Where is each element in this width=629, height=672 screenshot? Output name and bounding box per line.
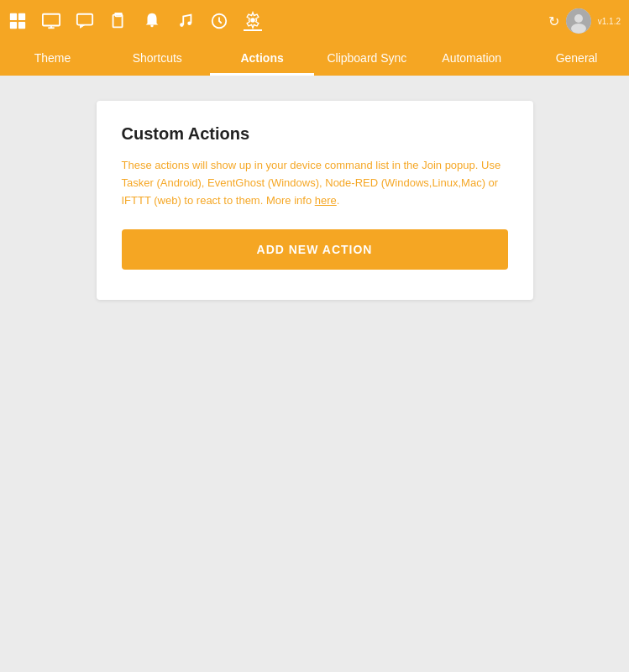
- tab-shortcuts[interactable]: Shortcuts: [105, 42, 210, 76]
- svg-rect-3: [18, 22, 25, 29]
- svg-point-16: [574, 14, 583, 23]
- description-text-part2: .: [337, 194, 340, 207]
- svg-point-12: [187, 21, 191, 25]
- nav-tabs: Theme Shortcuts Actions Clipboard Sync A…: [0, 42, 629, 76]
- svg-rect-10: [114, 13, 122, 16]
- history-icon[interactable]: [210, 12, 228, 30]
- toolbar-icons: [8, 11, 548, 31]
- bell-icon[interactable]: [143, 12, 161, 30]
- svg-point-17: [571, 24, 586, 34]
- description-text-part1: These actions will show up in your devic…: [122, 159, 501, 207]
- tab-automation[interactable]: Automation: [419, 42, 524, 76]
- svg-rect-2: [10, 22, 17, 29]
- settings-icon[interactable]: [244, 11, 262, 31]
- tab-clipboard-sync[interactable]: Clipboard Sync: [314, 42, 419, 76]
- svg-rect-0: [10, 13, 17, 20]
- add-new-action-button[interactable]: ADD NEW ACTION: [122, 229, 508, 270]
- description-link[interactable]: here: [315, 194, 337, 207]
- version-label: v1.1.2: [598, 17, 621, 26]
- card-description: These actions will show up in your devic…: [122, 157, 508, 209]
- avatar: [566, 8, 591, 34]
- toolbar: ↻ v1.1.2: [0, 0, 629, 42]
- refresh-icon[interactable]: ↻: [548, 13, 559, 29]
- tab-actions[interactable]: Actions: [210, 42, 315, 76]
- svg-point-14: [250, 18, 255, 23]
- card-title: Custom Actions: [122, 124, 508, 144]
- tab-general[interactable]: General: [524, 42, 629, 76]
- music-icon[interactable]: [176, 12, 195, 30]
- clipboard-icon[interactable]: [109, 12, 128, 30]
- svg-rect-7: [77, 14, 92, 25]
- app-header: ↻ v1.1.2 Theme Shortcuts Actions Clipboa…: [0, 0, 629, 76]
- chat-icon[interactable]: [76, 12, 94, 30]
- custom-actions-card: Custom Actions These actions will show u…: [97, 101, 533, 300]
- svg-rect-4: [43, 14, 60, 26]
- svg-rect-1: [18, 13, 25, 20]
- desktop-icon[interactable]: [42, 12, 60, 30]
- toolbar-right: ↻ v1.1.2: [548, 8, 621, 34]
- svg-point-11: [180, 23, 184, 27]
- join-icon[interactable]: [8, 12, 27, 30]
- main-content: Custom Actions These actions will show u…: [0, 76, 629, 672]
- tab-theme[interactable]: Theme: [0, 42, 105, 76]
